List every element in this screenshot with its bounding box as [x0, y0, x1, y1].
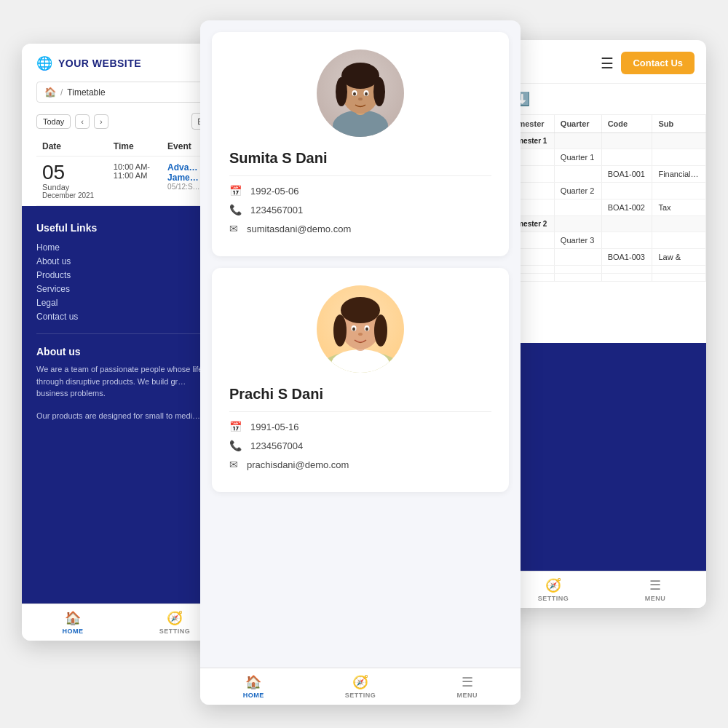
right-card: ☰ Contact Us ⬇️ Semester Quarter Code Su… [502, 40, 706, 608]
right-setting-label: SETTING [538, 595, 569, 602]
right-menu-icon: ☰ [649, 577, 661, 593]
left-footer: Useful Links Home About us Products Serv… [22, 206, 226, 604]
today-button[interactable]: Today [36, 114, 71, 129]
subject-cell [652, 133, 706, 149]
contact-phone-1: 📞 1234567001 [229, 204, 491, 215]
schedule-table: Semester Quarter Code Sub Semester 1 Qua… [502, 115, 706, 282]
avatar-svg-2 [317, 285, 404, 373]
svg-point-9 [365, 92, 368, 96]
center-setting-label: SETTING [345, 692, 376, 699]
date-month: December 2021 [42, 191, 102, 199]
schedule-container: Semester Quarter Code Sub Semester 1 Qua… [502, 115, 706, 343]
email-value-1: sumitasdani@demo.com [247, 223, 351, 234]
col-time: Time [108, 137, 162, 157]
code-cell [601, 232, 652, 249]
dob-value-1: 1992-05-06 [250, 186, 299, 197]
right-menu-label: MENU [645, 595, 666, 602]
setting-nav-icon: 🧭 [167, 610, 183, 626]
avatar-svg-1 [317, 50, 404, 137]
right-header: ☰ Contact Us [502, 40, 706, 84]
table-row: BOA1-003 Law & [502, 249, 706, 266]
center-nav-home[interactable]: 🏠 HOME [200, 668, 307, 705]
about-title: About us [36, 346, 211, 357]
center-nav-menu[interactable]: ☰ MENU [414, 668, 521, 705]
subject-cell [652, 183, 706, 199]
contact-dob-1: 📅 1992-05-06 [229, 185, 491, 197]
calendar-icon-2: 📅 [229, 421, 242, 432]
footer-link-legal[interactable]: Legal [36, 298, 211, 308]
footer-link-contact[interactable]: Contact us [36, 312, 211, 322]
table-row: Semester 2 [502, 216, 706, 232]
svg-point-5 [373, 77, 385, 106]
breadcrumb-separator: / [60, 87, 63, 98]
avatar-wrap-2 [229, 285, 491, 373]
nav-home[interactable]: 🏠 HOME [22, 604, 124, 641]
center-card: Sumita S Dani 📅 1992-05-06 📞 1234567001 … [200, 20, 521, 705]
email-icon-2: ✉ [229, 459, 238, 470]
right-bottom-nav: 🧭 SETTING ☰ MENU [502, 571, 706, 608]
contact-name-2: Prachi S Dani [229, 386, 491, 412]
download-area: ⬇️ [502, 84, 706, 115]
calendar-table: Date Time Event 05 Sunday December 2021 … [36, 137, 211, 206]
center-home-icon: 🏠 [245, 674, 261, 690]
quarter-cell [554, 249, 601, 266]
col-subject: Sub [652, 115, 706, 133]
email-value-2: prachisdani@demo.com [247, 459, 349, 470]
contact-dob-2: 📅 1991-05-16 [229, 421, 491, 432]
code-cell: BOA1-003 [601, 249, 652, 266]
svg-point-10 [358, 98, 363, 100]
subject-cell [652, 232, 706, 249]
bottom-nav: 🏠 HOME 🧭 SETTING [22, 604, 226, 641]
center-nav-setting[interactable]: 🧭 SETTING [307, 668, 414, 705]
quarter-cell: Quarter 2 [554, 183, 601, 199]
svg-point-8 [353, 92, 356, 96]
contact-email-1: ✉ sumitasdani@demo.com [229, 223, 491, 234]
event-time: 10:00 AM-11:00 AM [114, 162, 156, 180]
home-nav-icon: 🏠 [65, 610, 81, 626]
table-row [502, 274, 706, 282]
breadcrumb: 🏠 / Timetable [36, 82, 211, 103]
contact-phone-2: 📞 1234567004 [229, 440, 491, 451]
left-top: 🌐 YOUR WEBSITE 🏠 / Timetable Today ‹ › ⊞… [22, 44, 226, 206]
table-row: Quarter 2 [502, 183, 706, 199]
code-cell [601, 266, 652, 274]
center-home-label: HOME [243, 692, 264, 699]
footer-divider [36, 333, 211, 334]
home-breadcrumb-icon: 🏠 [44, 87, 56, 98]
about-text2: Our products are designed for small to m… [36, 410, 211, 422]
calendar-icon-1: 📅 [229, 185, 242, 197]
svg-point-15 [341, 297, 380, 323]
quarter-cell: Quarter 1 [554, 149, 601, 166]
svg-point-16 [333, 314, 347, 347]
table-row: 05 Sunday December 2021 10:00 AM-11:00 A… [36, 157, 211, 206]
table-row: Quarter 3 [502, 232, 706, 249]
code-cell [601, 216, 652, 232]
center-bottom-nav: 🏠 HOME 🧭 SETTING ☰ MENU [200, 668, 521, 705]
contact-us-button[interactable]: Contact Us [621, 52, 695, 74]
right-nav-menu[interactable]: ☰ MENU [604, 571, 706, 608]
footer-link-services[interactable]: Services [36, 284, 211, 294]
svg-point-3 [341, 63, 379, 89]
quarter-cell [554, 199, 601, 216]
footer-link-about[interactable]: About us [36, 256, 211, 266]
avatar-1 [317, 50, 404, 137]
subject-cell: Law & [652, 249, 706, 266]
email-icon-1: ✉ [229, 223, 238, 234]
table-row: Quarter 1 [502, 149, 706, 166]
hamburger-icon[interactable]: ☰ [601, 55, 614, 72]
table-row: BOA1-001 Financial… [502, 166, 706, 183]
col-date: Date [36, 137, 108, 157]
date-cell: 05 Sunday December 2021 [36, 157, 108, 206]
footer-link-home[interactable]: Home [36, 242, 211, 253]
footer-link-products[interactable]: Products [36, 270, 211, 280]
avatar-wrap-1 [229, 50, 491, 137]
next-button[interactable]: › [94, 114, 108, 129]
quarter-cell [554, 166, 601, 183]
subject-cell [652, 266, 706, 274]
contact-card-1: Sumita S Dani 📅 1992-05-06 📞 1234567001 … [212, 32, 509, 256]
quarter-cell [554, 216, 601, 232]
code-cell: BOA1-002 [601, 199, 652, 216]
phone-icon-2: 📞 [229, 440, 242, 451]
svg-point-22 [358, 333, 363, 336]
prev-button[interactable]: ‹ [75, 114, 90, 129]
